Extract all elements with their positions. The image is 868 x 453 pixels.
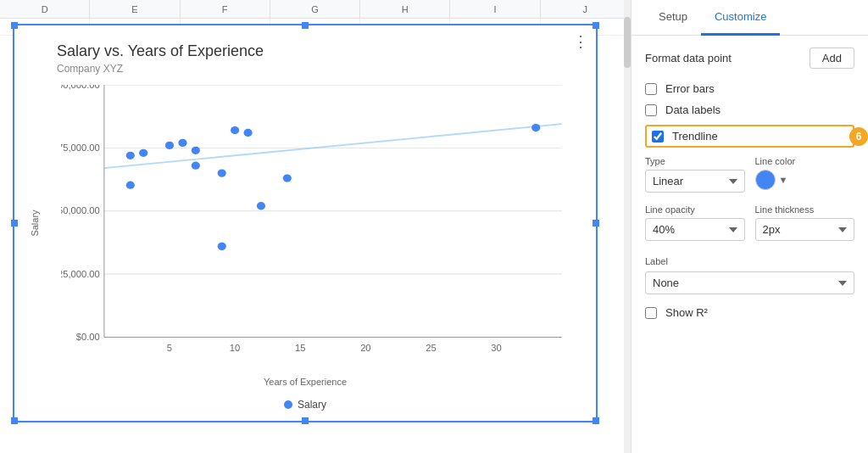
handle-top-left[interactable] xyxy=(11,22,18,29)
scrollbar[interactable] xyxy=(624,0,631,453)
col-g: G xyxy=(270,0,360,18)
trendline-row: Trendline 6 xyxy=(645,125,854,148)
tab-customize[interactable]: Customize xyxy=(701,0,780,36)
svg-point-22 xyxy=(165,142,174,149)
type-label: Type xyxy=(645,156,745,166)
svg-text:15: 15 xyxy=(295,344,305,353)
format-data-label: Format data point xyxy=(645,52,732,64)
chart-title: Salary vs. Years of Experience xyxy=(57,42,264,60)
trendline-badge: 6 xyxy=(849,127,868,146)
chart-subtitle: Company XYZ xyxy=(57,63,123,75)
scrollbar-thumb[interactable] xyxy=(624,17,631,68)
svg-point-27 xyxy=(218,243,226,250)
label-select[interactable]: None xyxy=(645,271,854,294)
data-labels-label: Data labels xyxy=(665,103,721,116)
svg-text:$50,000.00: $50,000.00 xyxy=(61,206,100,215)
type-select[interactable]: Linear xyxy=(645,170,745,193)
right-panel: Setup Customize Format data point Add Er… xyxy=(631,0,868,453)
opacity-thickness-section: Line opacity 40% Line thickness 2px xyxy=(645,204,854,241)
handle-bot-left[interactable] xyxy=(11,417,18,424)
show-r2-row: Show R² xyxy=(645,306,854,319)
legend-dot xyxy=(284,400,292,409)
trendline-label: Trendline xyxy=(672,130,718,143)
svg-point-30 xyxy=(257,202,265,210)
label-section-title: Label xyxy=(645,256,668,266)
show-r2-checkbox[interactable] xyxy=(645,307,657,319)
line-opacity-label: Line opacity xyxy=(645,204,745,215)
col-d: D xyxy=(0,0,90,18)
line-color-label: Line color xyxy=(755,156,855,166)
svg-text:30: 30 xyxy=(491,344,501,353)
label-section: Label None xyxy=(645,253,854,294)
tab-setup[interactable]: Setup xyxy=(645,0,701,36)
show-r2-label: Show R² xyxy=(665,306,708,319)
data-labels-checkbox[interactable] xyxy=(645,104,657,116)
color-dropdown-arrow-icon[interactable]: ▼ xyxy=(779,175,788,185)
line-thickness-select[interactable]: 2px xyxy=(755,218,855,241)
line-thickness-label: Line thickness xyxy=(755,204,855,215)
line-color-circle[interactable] xyxy=(755,170,776,190)
add-button[interactable]: Add xyxy=(810,48,854,69)
col-f: F xyxy=(181,0,270,18)
svg-text:$75,000.00: $75,000.00 xyxy=(61,143,100,153)
legend-label: Salary xyxy=(298,399,326,411)
line-color-group: Line color ▼ xyxy=(755,156,855,193)
data-labels-row: Data labels xyxy=(645,103,854,116)
svg-point-32 xyxy=(531,124,540,131)
svg-text:25: 25 xyxy=(426,344,436,353)
col-i: I xyxy=(450,0,540,18)
svg-text:10: 10 xyxy=(230,344,240,353)
svg-point-20 xyxy=(126,152,135,159)
svg-point-21 xyxy=(139,149,147,157)
svg-point-24 xyxy=(192,147,200,154)
left-panel: D E F G H I J ⋮ Salary vs. Years of Expe… xyxy=(0,0,631,453)
svg-point-19 xyxy=(126,182,135,189)
svg-point-29 xyxy=(243,129,252,137)
svg-point-31 xyxy=(283,174,292,182)
svg-text:$100,000.00: $100,000.00 xyxy=(61,85,100,90)
svg-text:$0.00: $0.00 xyxy=(76,333,100,342)
chart-menu-icon[interactable]: ⋮ xyxy=(573,32,589,51)
error-bars-row: Error bars xyxy=(645,82,854,95)
handle-top-right[interactable] xyxy=(593,22,599,29)
y-axis-label: Salary xyxy=(30,210,40,236)
svg-point-28 xyxy=(231,126,239,134)
format-data-row: Format data point Add xyxy=(645,48,854,69)
col-e: E xyxy=(90,0,180,18)
handle-bot-mid[interactable] xyxy=(302,417,309,424)
handle-top-mid[interactable] xyxy=(302,22,309,29)
trendline-checkbox[interactable] xyxy=(652,131,664,143)
col-headers: D E F G H I J xyxy=(0,0,631,19)
svg-point-26 xyxy=(218,169,226,176)
plot-area: $100,000.00 $75,000.00 $50,000.00 $25,00… xyxy=(61,85,579,353)
svg-point-23 xyxy=(178,139,186,147)
sidebar-content: Format data point Add Error bars Data la… xyxy=(632,36,868,453)
handle-mid-right[interactable] xyxy=(593,220,599,226)
tabs: Setup Customize xyxy=(632,0,868,36)
chart-container: ⋮ Salary vs. Years of Experience Company… xyxy=(13,24,598,422)
line-thickness-group: Line thickness 2px xyxy=(755,204,855,241)
col-h: H xyxy=(360,0,450,18)
handle-mid-left[interactable] xyxy=(11,220,18,226)
svg-text:20: 20 xyxy=(360,344,370,353)
svg-text:$25,000.00: $25,000.00 xyxy=(61,269,100,278)
color-row: ▼ xyxy=(755,170,855,190)
chart-svg: $100,000.00 $75,000.00 $50,000.00 $25,00… xyxy=(61,85,579,353)
svg-point-25 xyxy=(192,162,200,170)
line-opacity-group: Line opacity 40% xyxy=(645,204,745,241)
col-j: J xyxy=(541,0,631,18)
error-bars-label: Error bars xyxy=(665,82,715,95)
error-bars-checkbox[interactable] xyxy=(645,83,657,95)
x-axis-label: Years of Experience xyxy=(264,377,347,387)
type-group: Type Linear xyxy=(645,156,745,193)
svg-text:5: 5 xyxy=(167,344,172,353)
chart-legend: Salary xyxy=(284,399,326,411)
line-opacity-select[interactable]: 40% xyxy=(645,218,745,241)
handle-bot-right[interactable] xyxy=(593,417,599,424)
type-linecolor-section: Type Linear Line color ▼ xyxy=(645,156,854,193)
